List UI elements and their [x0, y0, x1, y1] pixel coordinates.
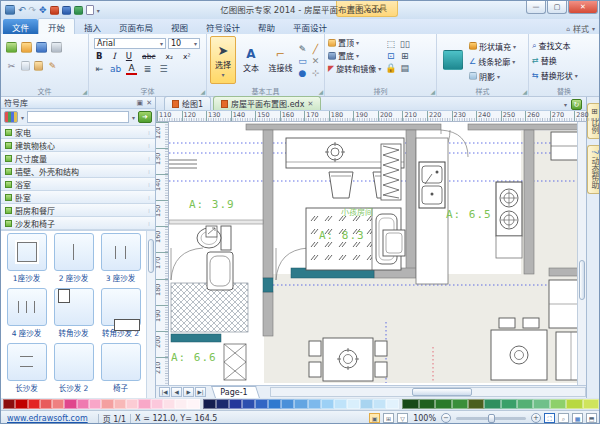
- color-swatch[interactable]: [402, 399, 418, 409]
- color-swatch[interactable]: [28, 399, 40, 409]
- format-painter-icon[interactable]: ✎: [47, 61, 58, 71]
- color-swatch[interactable]: [138, 399, 150, 409]
- close-tab-icon[interactable]: ✕: [307, 100, 313, 108]
- paste-icon[interactable]: [34, 61, 43, 71]
- canvas-horizontal-scrollbar[interactable]: [270, 387, 586, 397]
- color-swatch[interactable]: [3, 399, 15, 409]
- zoom-in-button[interactable]: +: [531, 413, 541, 423]
- color-swatch[interactable]: [386, 399, 399, 409]
- color-swatch[interactable]: [151, 399, 163, 409]
- menu-tab[interactable]: 开始: [38, 18, 75, 34]
- dialog-launcher-icon[interactable]: ◢: [318, 88, 323, 95]
- color-swatch[interactable]: [517, 399, 533, 409]
- open-icon[interactable]: [21, 42, 32, 53]
- line-tool-icon[interactable]: ╱: [310, 44, 321, 54]
- color-swatch[interactable]: [484, 399, 500, 409]
- underline-button[interactable]: U: [124, 51, 134, 61]
- new-icon[interactable]: [6, 42, 17, 53]
- replace-shape-button[interactable]: ⇆ 替换形状▾: [532, 69, 596, 82]
- color-swatch[interactable]: [566, 399, 582, 409]
- font-family-combo[interactable]: Arial▾: [94, 38, 166, 49]
- layer-icon[interactable]: ▤: [399, 63, 410, 73]
- color-swatch[interactable]: [229, 399, 242, 409]
- first-page-button[interactable]: |◀: [159, 387, 170, 397]
- menu-tab[interactable]: 文件: [3, 19, 38, 34]
- library-category-item[interactable]: 建筑物核心 ⁞: [1, 139, 155, 152]
- color-swatch[interactable]: [187, 399, 199, 409]
- cut-icon[interactable]: ✂: [6, 61, 17, 71]
- pin-icon[interactable]: ▣: [137, 99, 144, 107]
- color-swatch[interactable]: [163, 399, 175, 409]
- dialog-launcher-icon[interactable]: ◢: [200, 88, 205, 95]
- prev-page-button[interactable]: ◀: [171, 387, 182, 397]
- save-icon[interactable]: [36, 42, 47, 53]
- color-swatch[interactable]: [334, 399, 347, 409]
- color-swatch[interactable]: [468, 399, 484, 409]
- qat-dropdown-icon[interactable]: ▾: [97, 7, 100, 14]
- chevron-down-icon[interactable]: ▾: [21, 114, 24, 121]
- bullet-list-icon[interactable]: ☰: [158, 64, 169, 74]
- pen-tool-icon[interactable]: ✎: [297, 44, 308, 54]
- library-search-combo[interactable]: [27, 111, 129, 123]
- subscript-button[interactable]: x₂: [164, 52, 175, 61]
- shadow-button[interactable]: 阴影▾: [469, 70, 516, 83]
- color-swatch[interactable]: [52, 399, 64, 409]
- fullscreen-icon[interactable]: ⬒: [586, 413, 597, 423]
- shape-gallery-item[interactable]: 1座沙发: [3, 233, 50, 288]
- redo-icon[interactable]: ↷: [29, 5, 37, 15]
- replace-button[interactable]: ⇄ 替换: [532, 54, 596, 67]
- zoom-out-button[interactable]: −: [441, 413, 451, 423]
- color-swatch[interactable]: [89, 399, 101, 409]
- menu-tab[interactable]: 平面设计: [284, 19, 336, 34]
- color-swatch[interactable]: [550, 399, 566, 409]
- same-size-icon[interactable]: ⊞: [399, 51, 410, 61]
- refresh-icon[interactable]: ↻: [571, 99, 582, 110]
- shape-gallery-item[interactable]: 3 座沙发: [97, 233, 144, 288]
- library-category-item[interactable]: 尺寸度量 ⁞: [1, 152, 155, 165]
- color-swatch[interactable]: [501, 399, 517, 409]
- color-swatch[interactable]: [114, 399, 126, 409]
- color-swatch[interactable]: [15, 399, 27, 409]
- rectangle-tool-icon[interactable]: ▭: [297, 56, 308, 66]
- anchor-tool-icon[interactable]: ⊹: [310, 68, 321, 78]
- style-brush-button[interactable]: [440, 36, 466, 84]
- dialog-launcher-icon[interactable]: ◢: [82, 88, 87, 95]
- connector-tool-button[interactable]: ⌐ 连接线: [266, 36, 295, 84]
- text-tool-button[interactable]: A 文本: [238, 36, 264, 84]
- presentation-view-icon[interactable]: ▽: [397, 413, 408, 423]
- font-size-combo[interactable]: 10▾: [168, 38, 200, 49]
- menu-tab[interactable]: 视图: [162, 19, 197, 34]
- bold-button[interactable]: B: [94, 51, 104, 61]
- next-page-button[interactable]: ▶: [183, 387, 194, 397]
- dialog-launcher-icon[interactable]: ◢: [522, 88, 527, 95]
- color-swatch[interactable]: [321, 399, 334, 409]
- color-swatch[interactable]: [101, 399, 113, 409]
- rotate-mirror-button[interactable]: ◤ 旋转和镜像▾: [328, 62, 381, 75]
- print-icon[interactable]: [51, 42, 62, 53]
- last-page-button[interactable]: ▶|: [195, 387, 206, 397]
- ellipse-tool-icon[interactable]: ●: [297, 68, 308, 78]
- menu-tab[interactable]: 帮助: [249, 19, 284, 34]
- export-pdf-icon[interactable]: [50, 6, 59, 15]
- color-swatch[interactable]: [347, 399, 360, 409]
- indent-icon[interactable]: ⇤: [94, 64, 105, 74]
- shape-gallery-item[interactable]: 椅子: [97, 343, 144, 398]
- page-view-icon[interactable]: ⊞: [383, 413, 394, 423]
- menu-tab[interactable]: 页面布局: [110, 19, 162, 34]
- document-tab-active[interactable]: 房屋平面布置图.edx ✕: [213, 96, 321, 110]
- color-swatch[interactable]: [268, 399, 281, 409]
- edrawsoft-link[interactable]: www.edrawsoft.com: [1, 414, 94, 423]
- library-category-item[interactable]: 浴室 ⁞: [1, 178, 155, 191]
- shape-gallery-item[interactable]: 转角沙发 2: [97, 288, 144, 343]
- superscript-button[interactable]: x²: [181, 52, 192, 61]
- page-tab[interactable]: Page-1: [211, 386, 260, 398]
- document-tab-inactive[interactable]: 绘图1: [164, 96, 211, 110]
- tab-list-dropdown-icon[interactable]: ▾: [564, 101, 567, 108]
- library-category-item[interactable]: 家电 ⁞: [1, 126, 155, 139]
- magnifier-icon[interactable]: ⌕: [558, 413, 569, 423]
- dialog-launcher-icon[interactable]: ◢: [430, 88, 435, 95]
- library-category-item[interactable]: 卧室 ⁞: [1, 191, 155, 204]
- color-swatch[interactable]: [308, 399, 321, 409]
- zoom-slider[interactable]: [456, 417, 526, 420]
- dynamic-help-panel-tab[interactable]: ? 动态帮助: [587, 145, 600, 194]
